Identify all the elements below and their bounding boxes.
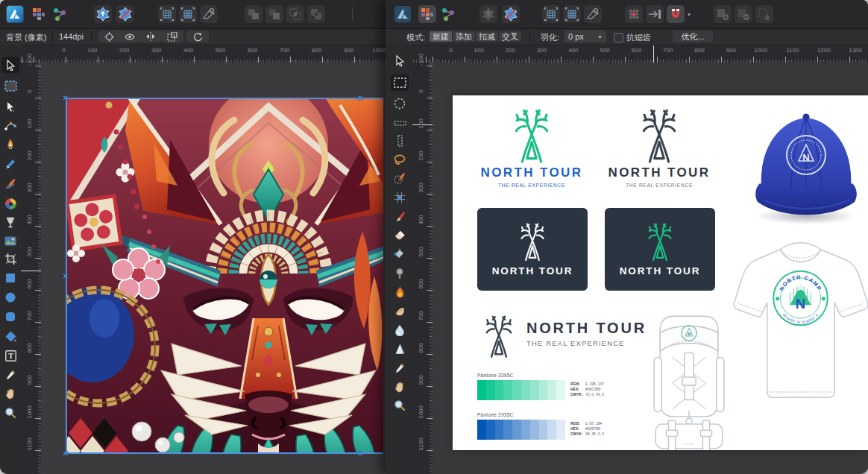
tool-row-marquee[interactable] xyxy=(391,115,409,131)
right-vertical-ruler[interactable]: -100010020030040050060070080090010001100 xyxy=(412,63,433,474)
tool-paint-brush[interactable] xyxy=(391,208,409,224)
selection-handle-bottom-left[interactable]: ✕ xyxy=(63,449,69,458)
left-horizontal-ruler[interactable]: 01002003004005006007008009001000 xyxy=(21,45,386,63)
tool-eraser[interactable] xyxy=(391,227,409,243)
tool-lasso[interactable] xyxy=(391,151,409,168)
tool-diamond[interactable] xyxy=(1,328,19,344)
export-persona-button[interactable] xyxy=(439,5,457,23)
grid-button[interactable] xyxy=(563,5,581,23)
app-persona-button[interactable] xyxy=(394,5,412,23)
rgb-value: 0, 87, 184 xyxy=(585,421,652,426)
tool-zoom[interactable] xyxy=(1,405,19,421)
tool-flood-select[interactable] xyxy=(391,189,409,206)
rotate-sync-button[interactable] xyxy=(186,31,209,42)
selection-drop-button[interactable] xyxy=(755,5,773,23)
mode-intersect-button[interactable]: 交叉 xyxy=(498,31,522,42)
tool-color-picker[interactable] xyxy=(391,360,409,376)
pixel-persona-button[interactable] xyxy=(418,5,436,23)
force-pixel-alignment-button[interactable] xyxy=(625,5,643,23)
tool-pan[interactable] xyxy=(1,385,19,402)
pantone-step xyxy=(556,380,565,400)
mirror-button[interactable] xyxy=(140,31,161,42)
bool-xor-button[interactable] xyxy=(307,5,325,23)
tool-artboard[interactable] xyxy=(1,78,19,94)
transform-duplicate-button[interactable] xyxy=(161,31,183,42)
tool-pan[interactable] xyxy=(391,379,409,395)
tool-vector-brush[interactable] xyxy=(1,175,19,192)
sharpen-cone-icon xyxy=(395,344,405,355)
snapping-shape-button[interactable] xyxy=(200,5,218,23)
eye-icon xyxy=(125,33,135,41)
feather-dropdown[interactable]: 0 px▼ xyxy=(564,31,606,42)
bool-subtract-button[interactable] xyxy=(265,5,283,23)
tool-pencil[interactable] xyxy=(1,156,19,172)
left-vertical-ruler[interactable]: -100010020030040050060070080090010001100 xyxy=(21,63,42,474)
preview-button[interactable] xyxy=(119,31,140,42)
tool-transparency[interactable] xyxy=(1,214,19,230)
brand-artboard[interactable]: NORTH TOUR THE REAL EXPERIENCE NORTH TOU… xyxy=(453,95,868,450)
grid-button[interactable] xyxy=(179,5,197,23)
selection-handle-top-center[interactable]: ✕ xyxy=(357,94,363,102)
mirror-icon xyxy=(145,32,156,41)
antialias-checkbox[interactable] xyxy=(614,33,623,42)
tool-node-select[interactable] xyxy=(1,98,19,115)
ruler-label: 600 xyxy=(26,274,33,294)
tool-selection-brush[interactable] xyxy=(391,170,409,186)
tool-move[interactable] xyxy=(1,57,19,73)
bool-intersect-icon xyxy=(289,7,302,21)
pixel-grid-button[interactable] xyxy=(158,5,176,23)
bool-add-button[interactable] xyxy=(245,5,262,23)
export-persona-button[interactable] xyxy=(51,5,69,23)
tool-rect-marquee[interactable] xyxy=(391,75,409,91)
assistant-on-button[interactable] xyxy=(94,5,112,23)
tool-ellipse-marquee[interactable] xyxy=(391,95,409,112)
tool-flood-fill[interactable] xyxy=(391,245,409,262)
app-persona-button[interactable] xyxy=(6,5,24,23)
right-canvas[interactable]: NORTH TOUR THE REAL EXPERIENCE NORTH TOU… xyxy=(433,63,868,474)
move-by-whole-pixels-button[interactable] xyxy=(646,5,664,23)
selection-handle-left-center[interactable]: ✕ xyxy=(63,272,69,280)
tool-node-pen[interactable] xyxy=(1,117,19,133)
mode-new-button[interactable]: 新建 xyxy=(429,31,453,42)
tool-burn-brush[interactable] xyxy=(391,285,409,301)
mode-add-button[interactable]: 添加 xyxy=(452,31,476,42)
tool-color-wheel[interactable] xyxy=(1,195,19,212)
snapping-magnet-button[interactable] xyxy=(667,5,685,23)
snap-center-button[interactable] xyxy=(98,31,119,42)
left-canvas[interactable]: ✕ ✕ ✕ ✕ ✕ xyxy=(41,63,386,474)
magnet-options-button[interactable]: ▼ xyxy=(684,5,694,23)
tool-zoom[interactable] xyxy=(391,397,409,414)
tool-rectangle[interactable] xyxy=(1,270,19,286)
tool-smudge[interactable] xyxy=(391,303,409,320)
tool-color-picker[interactable] xyxy=(1,367,19,383)
left-context-toolbar: 背景 (像素) 144dpi xyxy=(0,29,386,45)
mode-subtract-button[interactable]: 扣减 xyxy=(475,31,499,42)
tool-rounded-rectangle[interactable] xyxy=(1,309,19,325)
pantone-step xyxy=(503,380,512,400)
pixel-persona-button[interactable] xyxy=(30,5,48,23)
assistant-off-button[interactable] xyxy=(116,5,134,23)
selection-add-button[interactable] xyxy=(714,5,732,23)
tool-sharpen[interactable] xyxy=(391,341,409,357)
selection-handle-bottom-center[interactable]: ✕ xyxy=(357,449,363,458)
tool-text[interactable]: T xyxy=(1,347,19,364)
ruler-label: 500 xyxy=(418,241,424,262)
tool-pen[interactable] xyxy=(1,136,19,153)
tool-move[interactable] xyxy=(391,52,409,69)
selection-handle-top-left[interactable]: ✕ xyxy=(63,94,69,102)
tool-crop[interactable] xyxy=(1,250,19,267)
tool-blur[interactable] xyxy=(391,322,409,338)
tool-ellipse[interactable] xyxy=(1,289,19,306)
assistant-off-button[interactable] xyxy=(502,5,520,23)
refine-button[interactable]: 优化... xyxy=(673,31,713,42)
tool-dodge-brush[interactable] xyxy=(391,265,409,281)
bool-intersect-button[interactable] xyxy=(286,5,304,23)
snapping-shape-button[interactable] xyxy=(584,5,602,23)
assistant-on-button[interactable] xyxy=(479,5,497,23)
selection-subtract-button[interactable] xyxy=(735,5,752,23)
pixel-grid-button[interactable] xyxy=(542,5,560,23)
hex-value: #0057B8 xyxy=(585,426,652,432)
tool-column-marquee[interactable] xyxy=(391,133,409,149)
right-horizontal-ruler[interactable]: 0100200300400500600700800900100011001200… xyxy=(412,45,868,63)
tool-place-image[interactable] xyxy=(1,233,19,249)
